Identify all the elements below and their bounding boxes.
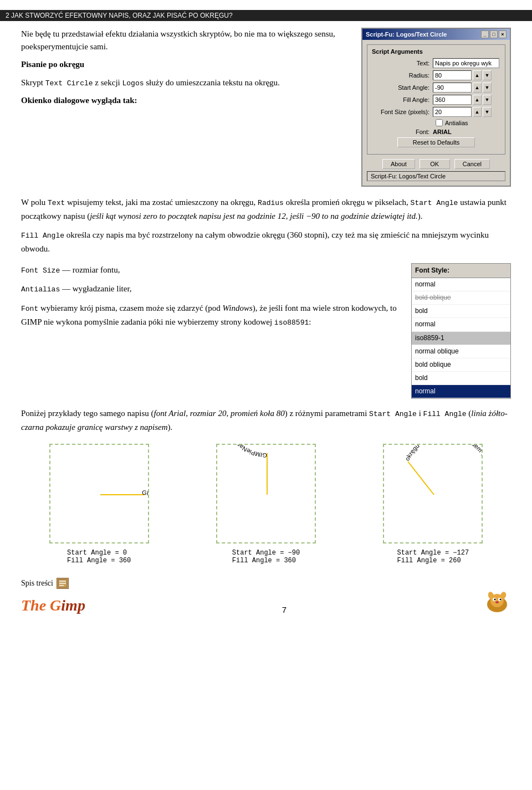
font-code: Font xyxy=(21,305,38,313)
circle-svg-3: okręgu wykonany pod od sidem w GIMPie xyxy=(384,445,483,543)
antialias-label: Antialias xyxy=(445,120,468,126)
script-arguments-label: Script Arguments xyxy=(372,48,500,55)
example1-start-angle: Start Angle = 0 xyxy=(67,549,127,557)
main-body: W polu Text wpisujemy tekst, jaki ma zos… xyxy=(21,196,511,434)
svg-rect-9 xyxy=(59,585,64,586)
font-size-input[interactable] xyxy=(433,107,472,117)
titlebar-buttons: _ □ × xyxy=(481,30,507,38)
example3-start-angle: Start Angle = −127 xyxy=(397,549,469,557)
chapter-title: 2 JAK STWORZYĆ EFEKTOWNY NAPIS, ORAZ JAK… xyxy=(6,12,233,19)
maximize-button[interactable]: □ xyxy=(490,30,498,38)
radius-label: Radius: xyxy=(372,72,433,79)
font-size-up-arrow[interactable]: ▲ xyxy=(473,107,482,117)
example2-label1: Start Angle = −90 Fill Angle = 360 xyxy=(232,549,300,565)
dialog-body: Script Arguments Text: Radius: ▲ xyxy=(362,40,510,186)
fill-angle-input-container: ▲ ▼ xyxy=(433,95,492,105)
minimize-button[interactable]: _ xyxy=(481,30,489,38)
font-size-input-container: ▲ ▼ xyxy=(433,107,492,117)
svg-text:GIMPieNapispoOkręgu wykowany w: GIMPieNapispoOkręgu wykowany w GIMPie xyxy=(220,445,267,459)
font-style-text: Font Size — rozmiar fontu, Antialias — w… xyxy=(21,263,398,399)
intro-paragraph2: Skrypt Text Circle z sekcji Logos służy … xyxy=(21,76,350,89)
svg-point-18 xyxy=(495,601,499,603)
dialog-action-buttons: About OK Cancel xyxy=(367,159,505,169)
svg-text:GIMPieNapispoOkręgu wykowany w: GIMPieNapispoOkręgu wykowany w GIMPie xyxy=(141,489,149,543)
font-style-panel-title: Font Style: xyxy=(412,264,510,278)
font-label: Font: xyxy=(372,129,433,135)
section-heading-circle: Pisanie po okręgu xyxy=(21,58,350,71)
font-value: ARIAL xyxy=(433,129,452,135)
start-angle-up-arrow[interactable]: ▲ xyxy=(473,83,482,93)
radius-code: Radius xyxy=(258,199,284,207)
cancel-button[interactable]: Cancel xyxy=(454,159,490,169)
font-style-item-bold-oblique2[interactable]: bold oblique xyxy=(412,358,510,372)
reset-to-defaults-button[interactable]: Reset to Defaults xyxy=(397,137,475,147)
start-angle-input-container: ▲ ▼ xyxy=(433,83,492,93)
svg-point-17 xyxy=(499,599,501,601)
close-button[interactable]: × xyxy=(499,30,507,38)
intro-paragraph1: Nie będę tu przedstawiał efektu działani… xyxy=(21,28,350,53)
font-size-line: Font Size — rozmiar fontu, xyxy=(21,263,398,277)
start-angle-field-row: Start Angle: ▲ ▼ xyxy=(372,83,500,93)
text-code: Text xyxy=(48,199,65,207)
font-style-item-normal2[interactable]: normal xyxy=(412,318,510,331)
fill-angle-up-arrow[interactable]: ▲ xyxy=(473,95,482,105)
svg-line-4 xyxy=(408,461,434,495)
radius-up-arrow[interactable]: ▲ xyxy=(473,70,482,80)
font-size-label: Font Size (pixels): xyxy=(372,109,433,115)
body-paragraph1: W polu Text wpisujemy tekst, jaki ma zos… xyxy=(21,196,511,223)
svg-text:okręgu wykonany pod od sidem w: okręgu wykonany pod od sidem w GIMPie xyxy=(404,445,483,479)
text-label: Text: xyxy=(372,60,433,66)
circle-example-3: okręgu wykonany pod od sidem w GIMPie St… xyxy=(355,444,511,565)
font-size-code2: Font Size xyxy=(21,266,60,275)
example1-fill-angle: Fill Angle = 360 xyxy=(67,557,131,565)
font-style-item-normal-oblique[interactable]: normal oblique xyxy=(412,345,510,358)
font-italic: font Arial, rozmiar 20, promień koła 80 xyxy=(154,409,285,418)
circle-example-2: GIMPieNapispoOkręgu wykowany w GIMPie St… xyxy=(188,444,344,565)
font-style-section: Font Size — rozmiar fontu, Antialias — w… xyxy=(21,263,511,399)
text-circle-code: Text Circle xyxy=(45,79,93,88)
antialias-line: Antialias — wygładzanie liter, xyxy=(21,282,398,296)
circle-example-1: GIMPieNapispoOkręgu wykowany w GIMPie St… xyxy=(21,444,177,565)
about-button[interactable]: About xyxy=(382,159,415,169)
font-line: Font wybieramy krój pisma, czasem może s… xyxy=(21,301,398,329)
gimp-logo-text: The Gimp xyxy=(21,597,85,614)
radius-down-arrow[interactable]: ▼ xyxy=(483,70,492,80)
font-size-field-row: Font Size (pixels): ▲ ▼ xyxy=(372,107,500,117)
circle-image-3: okręgu wykonany pod od sidem w GIMPie xyxy=(383,444,483,543)
dialog-statusbar: Script-Fu: Logos/Text Circle xyxy=(367,171,505,181)
font-style-item-bold-oblique1[interactable]: bold oblique xyxy=(412,291,510,305)
text-input[interactable] xyxy=(433,58,499,68)
start-angle-code: Start Angle xyxy=(411,199,458,207)
chapter-header: 2 JAK STWORZYĆ EFEKTOWNY NAPIS, ORAZ JAK… xyxy=(0,10,532,21)
body-paragraph2: Fill Angle określa czy napis ma być rozs… xyxy=(21,228,511,255)
ok-button[interactable]: OK xyxy=(420,159,450,169)
radius-input[interactable] xyxy=(433,70,472,80)
start-angle-down-arrow[interactable]: ▼ xyxy=(483,83,492,93)
fill-angle-down-arrow[interactable]: ▼ xyxy=(483,95,492,105)
antialias-checkbox[interactable] xyxy=(436,119,443,126)
start-angle-input[interactable] xyxy=(433,83,472,93)
start-angle-label: Start Angle: xyxy=(372,84,433,91)
antialias-row: Antialias xyxy=(372,119,500,126)
font-style-item-normal-selected[interactable]: normal xyxy=(412,385,510,398)
script-arguments-group: Script Arguments Text: Radius: ▲ xyxy=(367,44,505,155)
circle-examples-section: GIMPieNapispoOkręgu wykowany w GIMPie St… xyxy=(21,444,511,565)
font-style-item-bold2[interactable]: bold xyxy=(412,372,510,385)
example3-label1: Start Angle = −127 Fill Angle = 260 xyxy=(397,549,469,565)
svg-rect-7 xyxy=(59,581,66,582)
footer: The Gimp 7 xyxy=(0,587,532,614)
example1-label1: Start Angle = 0 Fill Angle = 360 xyxy=(67,549,131,565)
fill-angle-input[interactable] xyxy=(433,95,472,105)
iso-code: iso88591 xyxy=(274,319,309,327)
font-style-item-normal1[interactable]: normal xyxy=(412,278,510,291)
font-style-item-iso[interactable]: iso8859-1 xyxy=(412,332,510,345)
example2-fill-angle: Fill Angle = 360 xyxy=(232,557,296,565)
start-angle-code2: Start Angle xyxy=(369,410,417,418)
font-size-down-arrow[interactable]: ▼ xyxy=(483,107,492,117)
circle-image-2: GIMPieNapispoOkręgu wykowany w GIMPie xyxy=(216,444,316,543)
font-style-item-bold1[interactable]: bold xyxy=(412,305,510,318)
radius-field-row: Radius: ▲ ▼ xyxy=(372,70,500,80)
example3-fill-angle: Fill Angle = 260 xyxy=(397,557,461,565)
wilber-mascot xyxy=(483,587,511,614)
dialog-heading: Okienko dialogowe wygląda tak: xyxy=(21,94,350,107)
